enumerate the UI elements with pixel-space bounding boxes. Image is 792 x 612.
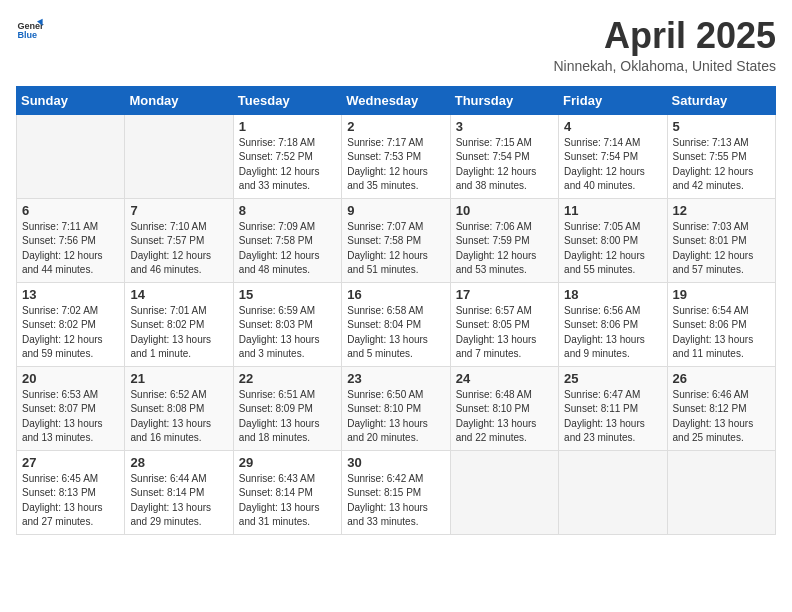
day-number: 3 [456,119,553,134]
day-header-thursday: Thursday [450,86,558,114]
day-number: 5 [673,119,770,134]
day-info: Sunrise: 7:14 AM Sunset: 7:54 PM Dayligh… [564,136,661,194]
calendar-cell: 22Sunrise: 6:51 AM Sunset: 8:09 PM Dayli… [233,366,341,450]
day-number: 17 [456,287,553,302]
day-info: Sunrise: 6:58 AM Sunset: 8:04 PM Dayligh… [347,304,444,362]
calendar-cell: 7Sunrise: 7:10 AM Sunset: 7:57 PM Daylig… [125,198,233,282]
calendar-cell: 11Sunrise: 7:05 AM Sunset: 8:00 PM Dayli… [559,198,667,282]
calendar-week-4: 20Sunrise: 6:53 AM Sunset: 8:07 PM Dayli… [17,366,776,450]
calendar-cell: 28Sunrise: 6:44 AM Sunset: 8:14 PM Dayli… [125,450,233,534]
day-header-friday: Friday [559,86,667,114]
day-info: Sunrise: 7:11 AM Sunset: 7:56 PM Dayligh… [22,220,119,278]
day-number: 18 [564,287,661,302]
day-header-wednesday: Wednesday [342,86,450,114]
calendar-cell: 12Sunrise: 7:03 AM Sunset: 8:01 PM Dayli… [667,198,775,282]
day-info: Sunrise: 7:18 AM Sunset: 7:52 PM Dayligh… [239,136,336,194]
calendar-cell [450,450,558,534]
day-number: 21 [130,371,227,386]
day-number: 12 [673,203,770,218]
svg-text:Blue: Blue [17,30,37,40]
day-number: 16 [347,287,444,302]
calendar-cell: 1Sunrise: 7:18 AM Sunset: 7:52 PM Daylig… [233,114,341,198]
day-number: 4 [564,119,661,134]
calendar-cell: 23Sunrise: 6:50 AM Sunset: 8:10 PM Dayli… [342,366,450,450]
day-info: Sunrise: 7:13 AM Sunset: 7:55 PM Dayligh… [673,136,770,194]
day-number: 7 [130,203,227,218]
calendar-week-5: 27Sunrise: 6:45 AM Sunset: 8:13 PM Dayli… [17,450,776,534]
main-title: April 2025 [553,16,776,56]
day-info: Sunrise: 6:50 AM Sunset: 8:10 PM Dayligh… [347,388,444,446]
day-info: Sunrise: 6:48 AM Sunset: 8:10 PM Dayligh… [456,388,553,446]
calendar-cell: 4Sunrise: 7:14 AM Sunset: 7:54 PM Daylig… [559,114,667,198]
day-info: Sunrise: 6:56 AM Sunset: 8:06 PM Dayligh… [564,304,661,362]
day-info: Sunrise: 6:53 AM Sunset: 8:07 PM Dayligh… [22,388,119,446]
calendar-cell: 16Sunrise: 6:58 AM Sunset: 8:04 PM Dayli… [342,282,450,366]
day-number: 14 [130,287,227,302]
day-info: Sunrise: 6:42 AM Sunset: 8:15 PM Dayligh… [347,472,444,530]
day-info: Sunrise: 6:43 AM Sunset: 8:14 PM Dayligh… [239,472,336,530]
day-info: Sunrise: 6:57 AM Sunset: 8:05 PM Dayligh… [456,304,553,362]
calendar-cell: 20Sunrise: 6:53 AM Sunset: 8:07 PM Dayli… [17,366,125,450]
calendar-cell: 26Sunrise: 6:46 AM Sunset: 8:12 PM Dayli… [667,366,775,450]
calendar-week-1: 1Sunrise: 7:18 AM Sunset: 7:52 PM Daylig… [17,114,776,198]
calendar-cell: 30Sunrise: 6:42 AM Sunset: 8:15 PM Dayli… [342,450,450,534]
calendar-cell: 5Sunrise: 7:13 AM Sunset: 7:55 PM Daylig… [667,114,775,198]
day-number: 20 [22,371,119,386]
calendar-cell: 8Sunrise: 7:09 AM Sunset: 7:58 PM Daylig… [233,198,341,282]
day-info: Sunrise: 6:51 AM Sunset: 8:09 PM Dayligh… [239,388,336,446]
day-number: 23 [347,371,444,386]
calendar-cell: 15Sunrise: 6:59 AM Sunset: 8:03 PM Dayli… [233,282,341,366]
day-number: 11 [564,203,661,218]
day-number: 27 [22,455,119,470]
day-number: 6 [22,203,119,218]
day-header-sunday: Sunday [17,86,125,114]
calendar-cell: 17Sunrise: 6:57 AM Sunset: 8:05 PM Dayli… [450,282,558,366]
day-info: Sunrise: 7:09 AM Sunset: 7:58 PM Dayligh… [239,220,336,278]
calendar-week-3: 13Sunrise: 7:02 AM Sunset: 8:02 PM Dayli… [17,282,776,366]
day-number: 9 [347,203,444,218]
header: General Blue April 2025 Ninnekah, Oklaho… [16,16,776,74]
day-info: Sunrise: 7:15 AM Sunset: 7:54 PM Dayligh… [456,136,553,194]
calendar-cell: 24Sunrise: 6:48 AM Sunset: 8:10 PM Dayli… [450,366,558,450]
calendar-cell [559,450,667,534]
calendar-header-row: SundayMondayTuesdayWednesdayThursdayFrid… [17,86,776,114]
calendar-cell: 27Sunrise: 6:45 AM Sunset: 8:13 PM Dayli… [17,450,125,534]
day-info: Sunrise: 6:59 AM Sunset: 8:03 PM Dayligh… [239,304,336,362]
day-info: Sunrise: 7:10 AM Sunset: 7:57 PM Dayligh… [130,220,227,278]
calendar-cell [125,114,233,198]
day-info: Sunrise: 7:06 AM Sunset: 7:59 PM Dayligh… [456,220,553,278]
day-number: 28 [130,455,227,470]
day-number: 30 [347,455,444,470]
subtitle: Ninnekah, Oklahoma, United States [553,58,776,74]
day-header-tuesday: Tuesday [233,86,341,114]
calendar-week-2: 6Sunrise: 7:11 AM Sunset: 7:56 PM Daylig… [17,198,776,282]
calendar-cell: 9Sunrise: 7:07 AM Sunset: 7:58 PM Daylig… [342,198,450,282]
day-info: Sunrise: 6:45 AM Sunset: 8:13 PM Dayligh… [22,472,119,530]
day-number: 8 [239,203,336,218]
day-info: Sunrise: 6:47 AM Sunset: 8:11 PM Dayligh… [564,388,661,446]
day-number: 25 [564,371,661,386]
day-number: 24 [456,371,553,386]
logo-icon: General Blue [16,16,44,44]
calendar-cell: 2Sunrise: 7:17 AM Sunset: 7:53 PM Daylig… [342,114,450,198]
day-header-saturday: Saturday [667,86,775,114]
day-info: Sunrise: 7:01 AM Sunset: 8:02 PM Dayligh… [130,304,227,362]
day-number: 2 [347,119,444,134]
day-info: Sunrise: 7:17 AM Sunset: 7:53 PM Dayligh… [347,136,444,194]
calendar-cell [17,114,125,198]
calendar-cell: 29Sunrise: 6:43 AM Sunset: 8:14 PM Dayli… [233,450,341,534]
day-info: Sunrise: 7:07 AM Sunset: 7:58 PM Dayligh… [347,220,444,278]
day-info: Sunrise: 6:52 AM Sunset: 8:08 PM Dayligh… [130,388,227,446]
day-number: 29 [239,455,336,470]
logo: General Blue [16,16,44,44]
day-header-monday: Monday [125,86,233,114]
calendar-cell: 25Sunrise: 6:47 AM Sunset: 8:11 PM Dayli… [559,366,667,450]
day-info: Sunrise: 7:05 AM Sunset: 8:00 PM Dayligh… [564,220,661,278]
calendar: SundayMondayTuesdayWednesdayThursdayFrid… [16,86,776,535]
day-number: 13 [22,287,119,302]
day-number: 19 [673,287,770,302]
day-number: 10 [456,203,553,218]
day-number: 26 [673,371,770,386]
day-number: 22 [239,371,336,386]
day-number: 15 [239,287,336,302]
